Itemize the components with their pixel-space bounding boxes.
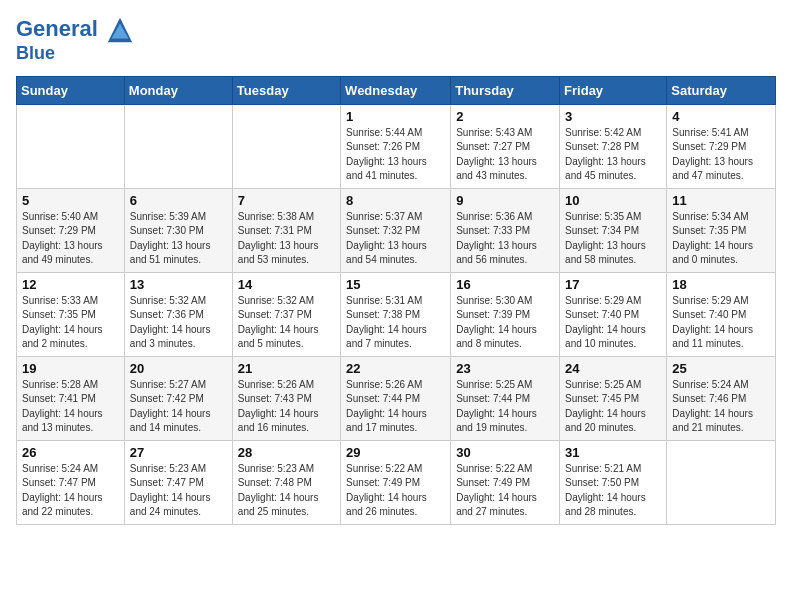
logo-text-blue: Blue bbox=[16, 44, 134, 64]
day-number: 28 bbox=[238, 445, 335, 460]
calendar-cell: 31Sunrise: 5:21 AM Sunset: 7:50 PM Dayli… bbox=[560, 440, 667, 524]
calendar-cell bbox=[667, 440, 776, 524]
calendar-cell: 9Sunrise: 5:36 AM Sunset: 7:33 PM Daylig… bbox=[451, 188, 560, 272]
calendar-cell: 17Sunrise: 5:29 AM Sunset: 7:40 PM Dayli… bbox=[560, 272, 667, 356]
logo: General Blue bbox=[16, 16, 134, 64]
day-info: Sunrise: 5:27 AM Sunset: 7:42 PM Dayligh… bbox=[130, 378, 227, 436]
calendar-cell: 8Sunrise: 5:37 AM Sunset: 7:32 PM Daylig… bbox=[341, 188, 451, 272]
day-info: Sunrise: 5:44 AM Sunset: 7:26 PM Dayligh… bbox=[346, 126, 445, 184]
day-info: Sunrise: 5:25 AM Sunset: 7:45 PM Dayligh… bbox=[565, 378, 661, 436]
calendar-cell: 5Sunrise: 5:40 AM Sunset: 7:29 PM Daylig… bbox=[17, 188, 125, 272]
day-info: Sunrise: 5:22 AM Sunset: 7:49 PM Dayligh… bbox=[346, 462, 445, 520]
day-number: 31 bbox=[565, 445, 661, 460]
day-info: Sunrise: 5:22 AM Sunset: 7:49 PM Dayligh… bbox=[456, 462, 554, 520]
day-info: Sunrise: 5:23 AM Sunset: 7:47 PM Dayligh… bbox=[130, 462, 227, 520]
day-info: Sunrise: 5:37 AM Sunset: 7:32 PM Dayligh… bbox=[346, 210, 445, 268]
day-number: 7 bbox=[238, 193, 335, 208]
day-number: 17 bbox=[565, 277, 661, 292]
day-info: Sunrise: 5:34 AM Sunset: 7:35 PM Dayligh… bbox=[672, 210, 770, 268]
day-number: 12 bbox=[22, 277, 119, 292]
calendar-cell bbox=[17, 104, 125, 188]
calendar-cell: 30Sunrise: 5:22 AM Sunset: 7:49 PM Dayli… bbox=[451, 440, 560, 524]
day-number: 11 bbox=[672, 193, 770, 208]
day-number: 21 bbox=[238, 361, 335, 376]
day-info: Sunrise: 5:32 AM Sunset: 7:37 PM Dayligh… bbox=[238, 294, 335, 352]
calendar-week-row: 26Sunrise: 5:24 AM Sunset: 7:47 PM Dayli… bbox=[17, 440, 776, 524]
day-number: 23 bbox=[456, 361, 554, 376]
calendar-cell: 12Sunrise: 5:33 AM Sunset: 7:35 PM Dayli… bbox=[17, 272, 125, 356]
logo-text: General bbox=[16, 16, 134, 44]
day-number: 24 bbox=[565, 361, 661, 376]
day-info: Sunrise: 5:26 AM Sunset: 7:44 PM Dayligh… bbox=[346, 378, 445, 436]
day-number: 2 bbox=[456, 109, 554, 124]
day-number: 18 bbox=[672, 277, 770, 292]
day-info: Sunrise: 5:43 AM Sunset: 7:27 PM Dayligh… bbox=[456, 126, 554, 184]
day-number: 26 bbox=[22, 445, 119, 460]
day-info: Sunrise: 5:38 AM Sunset: 7:31 PM Dayligh… bbox=[238, 210, 335, 268]
calendar-cell: 13Sunrise: 5:32 AM Sunset: 7:36 PM Dayli… bbox=[124, 272, 232, 356]
day-number: 6 bbox=[130, 193, 227, 208]
day-info: Sunrise: 5:25 AM Sunset: 7:44 PM Dayligh… bbox=[456, 378, 554, 436]
calendar-cell: 27Sunrise: 5:23 AM Sunset: 7:47 PM Dayli… bbox=[124, 440, 232, 524]
calendar-week-row: 1Sunrise: 5:44 AM Sunset: 7:26 PM Daylig… bbox=[17, 104, 776, 188]
day-number: 16 bbox=[456, 277, 554, 292]
day-info: Sunrise: 5:30 AM Sunset: 7:39 PM Dayligh… bbox=[456, 294, 554, 352]
calendar-cell: 20Sunrise: 5:27 AM Sunset: 7:42 PM Dayli… bbox=[124, 356, 232, 440]
page-header: General Blue bbox=[16, 16, 776, 64]
calendar-cell: 2Sunrise: 5:43 AM Sunset: 7:27 PM Daylig… bbox=[451, 104, 560, 188]
day-number: 1 bbox=[346, 109, 445, 124]
day-number: 29 bbox=[346, 445, 445, 460]
day-info: Sunrise: 5:26 AM Sunset: 7:43 PM Dayligh… bbox=[238, 378, 335, 436]
day-info: Sunrise: 5:35 AM Sunset: 7:34 PM Dayligh… bbox=[565, 210, 661, 268]
calendar-cell: 10Sunrise: 5:35 AM Sunset: 7:34 PM Dayli… bbox=[560, 188, 667, 272]
calendar-cell: 4Sunrise: 5:41 AM Sunset: 7:29 PM Daylig… bbox=[667, 104, 776, 188]
day-number: 22 bbox=[346, 361, 445, 376]
calendar-body: 1Sunrise: 5:44 AM Sunset: 7:26 PM Daylig… bbox=[17, 104, 776, 524]
calendar-week-row: 5Sunrise: 5:40 AM Sunset: 7:29 PM Daylig… bbox=[17, 188, 776, 272]
calendar-cell: 28Sunrise: 5:23 AM Sunset: 7:48 PM Dayli… bbox=[232, 440, 340, 524]
calendar-week-row: 12Sunrise: 5:33 AM Sunset: 7:35 PM Dayli… bbox=[17, 272, 776, 356]
calendar-cell: 3Sunrise: 5:42 AM Sunset: 7:28 PM Daylig… bbox=[560, 104, 667, 188]
calendar-cell: 14Sunrise: 5:32 AM Sunset: 7:37 PM Dayli… bbox=[232, 272, 340, 356]
calendar-cell: 24Sunrise: 5:25 AM Sunset: 7:45 PM Dayli… bbox=[560, 356, 667, 440]
calendar-cell: 7Sunrise: 5:38 AM Sunset: 7:31 PM Daylig… bbox=[232, 188, 340, 272]
day-info: Sunrise: 5:32 AM Sunset: 7:36 PM Dayligh… bbox=[130, 294, 227, 352]
calendar-cell: 23Sunrise: 5:25 AM Sunset: 7:44 PM Dayli… bbox=[451, 356, 560, 440]
calendar-cell: 15Sunrise: 5:31 AM Sunset: 7:38 PM Dayli… bbox=[341, 272, 451, 356]
weekday-header: Tuesday bbox=[232, 76, 340, 104]
day-info: Sunrise: 5:29 AM Sunset: 7:40 PM Dayligh… bbox=[672, 294, 770, 352]
calendar-cell: 16Sunrise: 5:30 AM Sunset: 7:39 PM Dayli… bbox=[451, 272, 560, 356]
calendar-cell: 21Sunrise: 5:26 AM Sunset: 7:43 PM Dayli… bbox=[232, 356, 340, 440]
calendar-cell: 26Sunrise: 5:24 AM Sunset: 7:47 PM Dayli… bbox=[17, 440, 125, 524]
day-number: 27 bbox=[130, 445, 227, 460]
day-number: 15 bbox=[346, 277, 445, 292]
day-info: Sunrise: 5:33 AM Sunset: 7:35 PM Dayligh… bbox=[22, 294, 119, 352]
day-info: Sunrise: 5:31 AM Sunset: 7:38 PM Dayligh… bbox=[346, 294, 445, 352]
calendar-cell: 29Sunrise: 5:22 AM Sunset: 7:49 PM Dayli… bbox=[341, 440, 451, 524]
day-info: Sunrise: 5:39 AM Sunset: 7:30 PM Dayligh… bbox=[130, 210, 227, 268]
calendar-cell: 19Sunrise: 5:28 AM Sunset: 7:41 PM Dayli… bbox=[17, 356, 125, 440]
weekday-header: Saturday bbox=[667, 76, 776, 104]
calendar-cell: 11Sunrise: 5:34 AM Sunset: 7:35 PM Dayli… bbox=[667, 188, 776, 272]
day-number: 30 bbox=[456, 445, 554, 460]
calendar-cell bbox=[232, 104, 340, 188]
day-number: 25 bbox=[672, 361, 770, 376]
day-info: Sunrise: 5:23 AM Sunset: 7:48 PM Dayligh… bbox=[238, 462, 335, 520]
weekday-header: Monday bbox=[124, 76, 232, 104]
day-info: Sunrise: 5:41 AM Sunset: 7:29 PM Dayligh… bbox=[672, 126, 770, 184]
calendar-cell: 1Sunrise: 5:44 AM Sunset: 7:26 PM Daylig… bbox=[341, 104, 451, 188]
day-number: 3 bbox=[565, 109, 661, 124]
day-info: Sunrise: 5:29 AM Sunset: 7:40 PM Dayligh… bbox=[565, 294, 661, 352]
day-info: Sunrise: 5:28 AM Sunset: 7:41 PM Dayligh… bbox=[22, 378, 119, 436]
weekday-header: Thursday bbox=[451, 76, 560, 104]
calendar-week-row: 19Sunrise: 5:28 AM Sunset: 7:41 PM Dayli… bbox=[17, 356, 776, 440]
calendar-cell: 18Sunrise: 5:29 AM Sunset: 7:40 PM Dayli… bbox=[667, 272, 776, 356]
calendar-cell bbox=[124, 104, 232, 188]
weekday-header: Wednesday bbox=[341, 76, 451, 104]
day-number: 20 bbox=[130, 361, 227, 376]
day-number: 19 bbox=[22, 361, 119, 376]
day-number: 4 bbox=[672, 109, 770, 124]
calendar-cell: 25Sunrise: 5:24 AM Sunset: 7:46 PM Dayli… bbox=[667, 356, 776, 440]
day-info: Sunrise: 5:40 AM Sunset: 7:29 PM Dayligh… bbox=[22, 210, 119, 268]
day-number: 14 bbox=[238, 277, 335, 292]
